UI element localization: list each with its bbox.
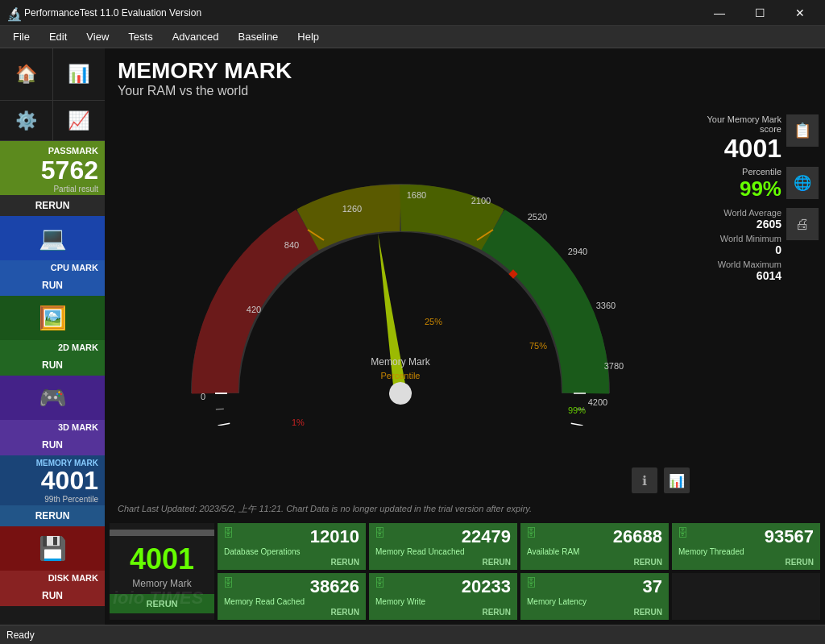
- menu-baseline[interactable]: Baseline: [228, 27, 288, 46]
- gauge-svg: 0 420 840 1260 1680 2100 2520 2940 3360 …: [167, 176, 634, 426]
- menu-edit[interactable]: Edit: [39, 27, 77, 46]
- chart-info: Chart Last Updated: 2023/5/2, 上午 11:21. …: [105, 500, 825, 518]
- latency-rerun[interactable]: RERUN: [527, 608, 662, 617]
- menu-view[interactable]: View: [77, 27, 118, 46]
- close-button[interactable]: ✕: [781, 0, 819, 26]
- title-bar: 🔬 PerformanceTest 11.0 Evaluation Versio…: [0, 0, 825, 26]
- svg-line-20: [216, 409, 224, 409]
- page-title: MEMORY MARK: [118, 58, 812, 84]
- menu-file[interactable]: File: [3, 27, 39, 46]
- passmark-section: PASSMARK 5762 Partial result RERUN: [0, 141, 105, 216]
- cpu-label: CPU MARK: [0, 260, 105, 275]
- avail-ram-label: Available RAM: [527, 547, 662, 556]
- db-num: 12010: [224, 526, 359, 547]
- write-rerun[interactable]: RERUN: [375, 608, 511, 617]
- 2d-label: 2D MARK: [0, 340, 105, 355]
- world-min-label: World Minimum: [703, 234, 781, 243]
- disk-section: 💾 DISK MARK RUN: [0, 526, 105, 606]
- gauge-marker-1: 1%: [292, 418, 305, 426]
- db-rerun[interactable]: RERUN: [224, 558, 359, 567]
- avail-ram-rerun[interactable]: RERUN: [527, 558, 662, 567]
- globe-btn[interactable]: 🌐: [786, 167, 819, 199]
- latency-num: 37: [527, 576, 662, 597]
- main-rerun-btn[interactable]: RERUN: [110, 594, 214, 613]
- read-uncached-label: Memory Read Uncached: [375, 547, 511, 556]
- main-score-tile: 4001 Memory Mark RERUN: [110, 523, 214, 620]
- world-max-row: World Maximum 6014: [703, 260, 781, 282]
- passmark-rerun-button[interactable]: RERUN: [0, 195, 105, 216]
- gauge-label-4200: 4200: [588, 397, 607, 407]
- gauge-label-3360: 3360: [596, 301, 616, 310]
- stat-cell-latency: 🗄 37 Memory Latency RERUN: [520, 573, 669, 620]
- status-bar: Ready: [0, 625, 825, 644]
- read-cached-num: 38626: [224, 576, 359, 597]
- 2d-section: 🖼️ 2D MARK RUN: [0, 296, 105, 376]
- memory-section: MEMORY MARK 4001 99th Percentile RERUN: [0, 455, 105, 526]
- 2d-icon: 🖼️: [0, 296, 105, 340]
- sidebar: 🏠 📊 ⚙️ 📈 PASSMARK 5762 Partial result RE…: [0, 48, 105, 625]
- app-title: PerformanceTest 11.0 Evaluation Version: [24, 7, 701, 19]
- passmark-score: 5762: [0, 157, 105, 183]
- window-controls: — ☐ ✕: [701, 0, 819, 26]
- db-icon: 🗄: [222, 526, 234, 539]
- graph-icon-btn[interactable]: 📈: [53, 101, 106, 140]
- menu-advanced[interactable]: Advanced: [163, 27, 229, 46]
- percentile-value: 99%: [703, 177, 781, 202]
- info-icon-btn[interactable]: ℹ: [632, 467, 657, 493]
- menu-help[interactable]: Help: [288, 27, 329, 46]
- world-avg-row: World Average 2605: [703, 208, 781, 231]
- chart-icon-btn[interactable]: 📊: [664, 467, 690, 493]
- bottom-stats: 4001 Memory Mark RERUN 🗄 12010 Database …: [105, 518, 825, 625]
- stat-cell-empty: [672, 573, 820, 620]
- threaded-rerun[interactable]: RERUN: [678, 558, 814, 567]
- read-cached-rerun[interactable]: RERUN: [224, 608, 359, 617]
- memory-score-value: 4001: [703, 134, 781, 164]
- minimize-button[interactable]: —: [701, 0, 738, 26]
- world-avg-label: World Average: [703, 208, 781, 218]
- 3d-section: 🎮 3D MARK RUN: [0, 376, 105, 455]
- stat-cell-avail-ram: 🗄 26688 Available RAM RERUN: [520, 523, 669, 570]
- gauge-container: 0 420 840 1260 1680 2100 2520 2940 3360 …: [105, 102, 696, 500]
- percentile-label: Percentile: [703, 167, 781, 177]
- settings-icon-btn[interactable]: ⚙️: [0, 101, 53, 140]
- export-btn[interactable]: 🖨: [786, 208, 819, 240]
- cpu-run-button[interactable]: RUN: [0, 275, 105, 296]
- gauge-label-840: 840: [284, 240, 299, 250]
- sidebar-top-icons: 🏠 📊: [0, 48, 105, 101]
- latency-label: Memory Latency: [527, 597, 662, 606]
- memory-score-label: Your Memory Mark score: [703, 114, 781, 134]
- write-label: Memory Write: [375, 597, 511, 606]
- 3d-icon: 🎮: [0, 376, 105, 420]
- gauge-label-2520: 2520: [528, 212, 547, 222]
- maximize-button[interactable]: ☐: [741, 0, 778, 26]
- mem-sub: 99th Percentile: [0, 493, 105, 505]
- 2d-run-button[interactable]: RUN: [0, 355, 105, 376]
- stat-grid: 🗄 12010 Database Operations RERUN 🗄 2247…: [218, 523, 820, 620]
- world-avg-value: 2605: [703, 218, 781, 231]
- disk-run-button[interactable]: RUN: [0, 585, 105, 606]
- latency-icon: 🗄: [525, 576, 537, 589]
- home-icon-btn[interactable]: 🏠: [0, 48, 53, 100]
- mem-rerun-button[interactable]: RERUN: [0, 505, 105, 526]
- stat-cell-write: 🗄 20233 Memory Write RERUN: [369, 573, 517, 620]
- copy-score-btn[interactable]: 📋: [786, 114, 819, 147]
- status-text: Ready: [6, 629, 35, 641]
- app-icon: 🔬: [6, 6, 19, 19]
- read-uncached-rerun[interactable]: RERUN: [375, 558, 511, 567]
- sidebar-secondary-icons: ⚙️ 📈: [0, 101, 105, 141]
- menu-tests[interactable]: Tests: [118, 27, 162, 46]
- mem-score: 4001: [0, 467, 105, 493]
- threaded-icon: 🗄: [677, 526, 688, 539]
- monitor-icon-btn[interactable]: 📊: [53, 48, 106, 100]
- gauge-marker-25: 25%: [425, 317, 442, 326]
- cpu-icon: 💻: [0, 216, 105, 260]
- avail-ram-num: 26688: [527, 526, 662, 547]
- world-min-value: 0: [703, 243, 781, 256]
- menu-bar: File Edit View Tests Advanced Baseline H…: [0, 26, 825, 48]
- gauge-label-420: 420: [247, 305, 261, 314]
- gauge-label-2940: 2940: [568, 247, 587, 256]
- main-score-label: Memory Mark: [132, 578, 191, 594]
- gauge-marker-75: 75%: [529, 341, 547, 351]
- gauge-center-sub: Percentile: [381, 371, 421, 380]
- 3d-run-button[interactable]: RUN: [0, 434, 105, 455]
